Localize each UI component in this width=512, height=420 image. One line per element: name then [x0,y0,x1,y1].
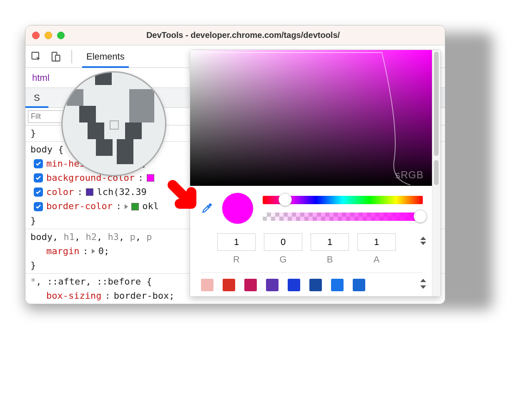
expand-triangle-icon[interactable] [125,204,128,209]
inspect-element-icon[interactable] [30,51,42,62]
palette-swatch[interactable] [353,279,365,291]
color-spectrum[interactable]: sRGB [190,50,432,186]
scrollbar[interactable] [432,50,440,296]
window-title: DevTools - developer.chrome.com/tags/dev… [73,30,438,40]
color-palette [201,272,423,292]
subtab-styles[interactable]: S [25,88,48,108]
color-picker: sRGB R G B A [190,50,441,297]
css-value[interactable]: okl [142,199,159,213]
alpha-slider[interactable] [263,212,423,221]
titlebar: DevTools - developer.chrome.com/tags/dev… [25,25,445,45]
color-swatch-icon[interactable] [131,203,139,210]
format-switcher[interactable] [420,237,426,245]
device-toggle-icon[interactable] [50,51,61,62]
channel-label: R [217,254,256,265]
rgba-inputs: R G B A [201,233,423,265]
tab-elements[interactable]: Elements [82,45,129,68]
palette-swatch[interactable] [331,279,344,291]
channel-r-input[interactable] [217,233,256,251]
css-property[interactable]: color [46,185,74,199]
devtools-window: DevTools - developer.chrome.com/tags/dev… [25,25,445,304]
window-controls [32,32,65,39]
rule-close-brace: } [30,128,36,138]
prop-toggle-checkbox[interactable] [34,202,43,211]
minimize-window-button[interactable] [45,32,52,39]
palette-swatch[interactable] [244,279,257,291]
channel-b-input[interactable] [311,233,349,251]
maximize-window-button[interactable] [57,32,65,39]
channel-label: G [264,254,302,265]
close-window-button[interactable] [32,32,40,39]
expand-triangle-icon[interactable] [92,249,95,254]
channel-label: A [357,254,396,265]
channel-g-input[interactable] [264,233,302,251]
hue-slider[interactable] [263,196,423,204]
callout-arrow-icon [166,179,208,223]
palette-swatch[interactable] [288,279,300,291]
scrollbar-thumb[interactable] [434,52,439,156]
color-swatch-icon[interactable] [147,174,154,182]
palette-swatch[interactable] [266,279,279,291]
palette-switcher[interactable] [420,279,426,289]
scrollbar-thumb[interactable] [434,160,439,185]
prop-toggle-checkbox[interactable] [34,173,43,182]
color-preview-circle [222,192,253,224]
palette-swatch[interactable] [309,279,322,291]
channel-a-input[interactable] [357,233,396,251]
css-value[interactable]: lch(32.39 [97,185,146,199]
separator [71,50,72,63]
eyedropper-magnifier[interactable] [61,71,166,176]
prop-toggle-checkbox[interactable] [34,188,43,197]
channel-label: B [311,254,349,265]
color-swatch-icon[interactable] [86,188,93,196]
svg-point-3 [209,204,211,206]
css-value[interactable]: border-box; [114,289,175,303]
css-value[interactable]: 0; [98,244,110,258]
palette-swatch[interactable] [201,279,213,291]
svg-rect-2 [55,55,60,61]
css-property[interactable]: box-sizing [46,289,101,303]
gamut-label: sRGB [395,169,424,181]
palette-swatch[interactable] [223,279,235,291]
css-property[interactable]: border-color [46,199,113,213]
css-property[interactable]: margin [46,244,79,258]
prop-toggle-checkbox[interactable] [34,159,43,168]
